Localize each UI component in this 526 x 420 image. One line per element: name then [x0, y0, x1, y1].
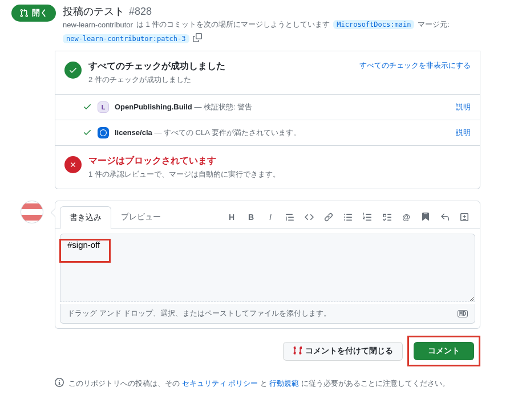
- app-icon: [98, 127, 109, 138]
- check-detail-link[interactable]: 説明: [456, 102, 471, 112]
- italic-icon[interactable]: I: [262, 209, 279, 226]
- merge-blocked-title: マージはブロックされています: [88, 155, 471, 167]
- tasklist-icon[interactable]: [378, 209, 395, 226]
- base-branch-label[interactable]: MicrosoftDocs:main: [333, 20, 414, 29]
- reply-icon[interactable]: [436, 209, 454, 226]
- merge-blocked-sub: 1 件の承認レビューで、マージは自動的に実行できます。: [88, 169, 471, 180]
- diff-icon[interactable]: [456, 209, 473, 226]
- link-icon[interactable]: [320, 209, 337, 226]
- check-success-icon: [64, 62, 82, 79]
- pr-merge-text: は 1 件のコミットを次の場所にマージしようとしています: [136, 19, 330, 30]
- close-with-comment-button[interactable]: コメントを付けて閉じる: [283, 342, 403, 361]
- checks-success-title: すべてのチェックが成功しました: [88, 60, 353, 72]
- check-desc: — すべての CLA 要件が満たされています。: [152, 128, 301, 137]
- comment-button[interactable]: コメント: [414, 342, 474, 360]
- unordered-list-icon[interactable]: [339, 209, 357, 226]
- copy-icon[interactable]: [193, 33, 202, 44]
- pr-title: 投稿のテスト: [63, 5, 124, 18]
- tab-write[interactable]: 書き込み: [60, 206, 111, 229]
- attach-hint[interactable]: ドラッグ アンド ドロップ、選択、またはペーストしてファイルを添付します。 MD: [60, 304, 475, 324]
- mention-icon[interactable]: @: [398, 209, 415, 226]
- quote-icon[interactable]: [281, 209, 298, 226]
- security-policy-link[interactable]: セキュリティ ポリシー: [182, 379, 258, 388]
- head-branch-label[interactable]: new-learn-contributor:patch-3: [63, 34, 189, 43]
- check-name: license/cla: [115, 128, 152, 137]
- pr-header: 開く 投稿のテスト #828 new-learn-contributor は 1…: [0, 0, 526, 51]
- check-desc: — 検証状態: 警告: [192, 103, 252, 111]
- heading-icon[interactable]: H: [223, 209, 240, 226]
- check-name: OpenPublishing.Build: [115, 103, 192, 111]
- info-icon: [55, 378, 64, 389]
- pull-request-icon: [19, 9, 29, 18]
- highlight-frame: コメント: [407, 336, 480, 366]
- pr-state-badge: 開く: [11, 5, 56, 22]
- comment-textarea[interactable]: [60, 234, 475, 302]
- check-detail-link[interactable]: 説明: [456, 128, 471, 138]
- code-of-conduct-link[interactable]: 行動規範: [269, 379, 299, 388]
- checks-success-sub: 2 件のチェックが成功しました: [88, 75, 353, 85]
- code-icon[interactable]: [301, 209, 318, 226]
- merge-from-label: マージ元:: [418, 19, 450, 30]
- app-icon: L: [98, 101, 109, 113]
- checkmark-icon: [83, 128, 92, 138]
- pr-state-text: 開く: [32, 8, 48, 18]
- hide-checks-link[interactable]: すべてのチェックを非表示にする: [359, 60, 471, 85]
- check-blocked-icon: [64, 156, 82, 173]
- avatar[interactable]: [21, 201, 43, 223]
- check-item: L OpenPublishing.Build — 検証状態: 警告 説明: [55, 94, 480, 120]
- bold-icon[interactable]: B: [242, 209, 260, 226]
- comment-form: 書き込み プレビュー H B I @: [55, 201, 480, 329]
- markdown-icon[interactable]: MD: [458, 310, 468, 317]
- tab-preview[interactable]: プレビュー: [111, 206, 171, 229]
- contribution-notice: このリポジトリへの投稿は、その セキュリティ ポリシー と 行動規範 に従う必要…: [55, 378, 480, 398]
- md-toolbar: H B I @: [223, 209, 475, 226]
- ordered-list-icon[interactable]: [359, 209, 376, 226]
- checks-panel: すべてのチェックが成功しました 2 件のチェックが成功しました すべてのチェック…: [55, 51, 480, 189]
- closed-pr-icon: [293, 346, 302, 357]
- pr-number: #828: [129, 6, 152, 18]
- check-item: license/cla — すべての CLA 要件が満たされています。 説明: [55, 120, 480, 145]
- checkmark-icon: [83, 102, 92, 113]
- pr-author[interactable]: new-learn-contributor: [63, 21, 133, 29]
- reference-icon[interactable]: [417, 209, 434, 226]
